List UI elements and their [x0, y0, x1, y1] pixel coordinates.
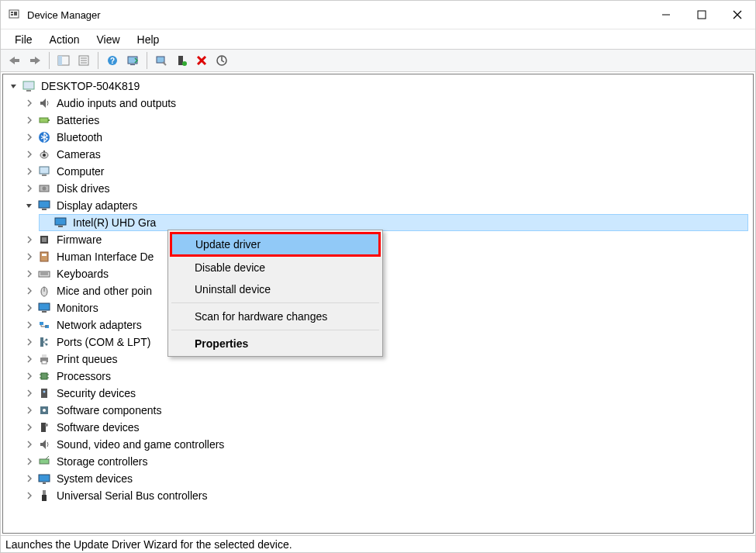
tree-category[interactable]: Display adapters — [23, 197, 748, 214]
tree-category[interactable]: Sound, video and game controllers — [23, 436, 748, 453]
context-menu-properties[interactable]: Properties — [170, 333, 381, 354]
context-menu: Update driver Disable device Uninstall d… — [167, 230, 383, 357]
tree-category[interactable]: Print queues — [23, 351, 748, 368]
tree-category[interactable]: Computer — [23, 163, 748, 180]
toolbar-properties-button[interactable] — [74, 51, 93, 70]
mouse-icon — [37, 284, 51, 298]
tree-category[interactable]: Audio inputs and outputs — [23, 95, 748, 112]
minimize-button[interactable] — [648, 2, 684, 27]
svg-rect-75 — [39, 475, 50, 482]
tree-category[interactable]: Mice and other poin — [23, 282, 748, 299]
tree-category[interactable]: Software components — [23, 402, 748, 419]
chevron-right-icon[interactable] — [25, 320, 34, 330]
toolbar-show-hide-button[interactable] — [54, 51, 73, 70]
chevron-down-icon[interactable] — [9, 81, 19, 91]
cpu-icon — [37, 369, 51, 383]
menubar: File Action View Help — [1, 29, 755, 49]
chevron-right-icon[interactable] — [25, 474, 34, 483]
chevron-right-icon[interactable] — [25, 235, 34, 244]
svg-rect-52 — [42, 311, 47, 313]
tree-device-selected[interactable]: Intel(R) UHD Gra — [39, 214, 748, 231]
tree-category-label: Disk drives — [54, 181, 112, 195]
toolbar-refresh-button[interactable] — [212, 51, 231, 70]
tree-category[interactable]: Batteries — [23, 112, 748, 129]
chevron-right-icon[interactable] — [25, 372, 34, 381]
svg-rect-63 — [41, 373, 47, 379]
printer-icon — [37, 352, 51, 366]
chevron-right-icon[interactable] — [25, 286, 34, 296]
chevron-right-icon[interactable] — [25, 269, 34, 278]
tree-category-label: Universal Serial Bus controllers — [54, 489, 210, 503]
svg-rect-3 — [14, 12, 17, 16]
tree-category[interactable]: Network adapters — [23, 316, 748, 334]
tree-category[interactable]: Disk drives — [23, 180, 748, 197]
chevron-right-icon[interactable] — [25, 303, 34, 313]
tree-category[interactable]: Cameras — [23, 146, 748, 163]
svg-rect-44 — [40, 252, 48, 261]
tree-category[interactable]: System devices — [23, 470, 748, 487]
bluetooth-icon — [37, 130, 51, 144]
chevron-right-icon[interactable] — [25, 337, 34, 347]
chevron-right-icon[interactable] — [25, 252, 34, 261]
svg-rect-62 — [42, 361, 47, 364]
camera-icon — [37, 147, 51, 161]
chevron-right-icon[interactable] — [25, 184, 34, 193]
toolbar-forward-button[interactable] — [26, 51, 44, 70]
tree-category[interactable]: Bluetooth — [23, 129, 748, 146]
svg-rect-61 — [42, 354, 47, 358]
chevron-right-icon[interactable] — [25, 389, 34, 398]
tree-category[interactable]: Universal Serial Bus controllers — [23, 487, 748, 504]
chevron-down-icon[interactable] — [25, 201, 34, 210]
svg-point-69 — [43, 391, 46, 393]
statusbar: Launches the Update Driver Wizard for th… — [1, 535, 755, 552]
toolbar-back-button[interactable] — [5, 51, 24, 70]
titlebar: Device Manager — [1, 1, 755, 29]
chevron-right-icon[interactable] — [25, 406, 34, 415]
menu-help[interactable]: Help — [129, 31, 167, 48]
chevron-right-icon[interactable] — [25, 99, 34, 108]
context-menu-disable-device[interactable]: Disable device — [170, 257, 381, 278]
toolbar-uninstall-button[interactable] — [192, 51, 211, 70]
chevron-right-icon[interactable] — [25, 440, 34, 449]
tree-category[interactable]: Software devices — [23, 419, 748, 436]
context-menu-update-driver[interactable]: Update driver — [170, 232, 381, 257]
chevron-right-icon[interactable] — [25, 354, 34, 364]
toolbar-update-button[interactable] — [152, 51, 171, 70]
security-icon — [37, 386, 51, 400]
tree-category[interactable]: Human Interface De — [23, 248, 748, 265]
tree-category[interactable]: Processors — [23, 368, 748, 385]
app-icon — [7, 8, 21, 22]
chevron-right-icon[interactable] — [25, 423, 34, 432]
tree-root-node[interactable]: DESKTOP-504K819 — [8, 78, 748, 95]
chevron-right-icon[interactable] — [25, 116, 34, 125]
close-button[interactable] — [720, 2, 755, 27]
menu-file[interactable]: File — [7, 31, 40, 48]
context-menu-uninstall-device[interactable]: Uninstall device — [170, 278, 381, 300]
svg-rect-55 — [40, 337, 43, 347]
tree-category[interactable]: Ports (COM & LPT) — [23, 334, 748, 351]
tree-category[interactable]: Keyboards — [23, 265, 748, 282]
toolbar-help-button[interactable]: ? — [103, 51, 122, 70]
tree-category-label: Software components — [54, 403, 164, 417]
toolbar-scan-button[interactable] — [123, 51, 142, 70]
tree-category[interactable]: Firmware — [23, 231, 748, 248]
chevron-right-icon[interactable] — [25, 150, 34, 159]
menu-view[interactable]: View — [88, 31, 127, 48]
chevron-right-icon[interactable] — [25, 457, 34, 466]
maximize-button[interactable] — [684, 2, 720, 27]
toolbar-enable-button[interactable] — [172, 51, 191, 70]
context-menu-scan-hardware[interactable]: Scan for hardware changes — [170, 306, 381, 327]
tree-category-label: Cameras — [54, 147, 103, 161]
tree-category-label: Keyboards — [54, 267, 111, 281]
tree-category[interactable]: Monitors — [23, 299, 748, 316]
toolbar-separator — [98, 52, 98, 69]
chevron-right-icon[interactable] — [25, 491, 34, 500]
menu-action[interactable]: Action — [42, 31, 88, 48]
keyboard-icon — [37, 267, 51, 281]
chevron-right-icon[interactable] — [25, 167, 34, 176]
tree-category[interactable]: Security devices — [23, 385, 748, 402]
tree-category[interactable]: Storage controllers — [23, 453, 748, 470]
chevron-right-icon[interactable] — [25, 133, 34, 142]
window-title: Device Manager — [27, 9, 648, 21]
display-icon — [37, 199, 51, 213]
